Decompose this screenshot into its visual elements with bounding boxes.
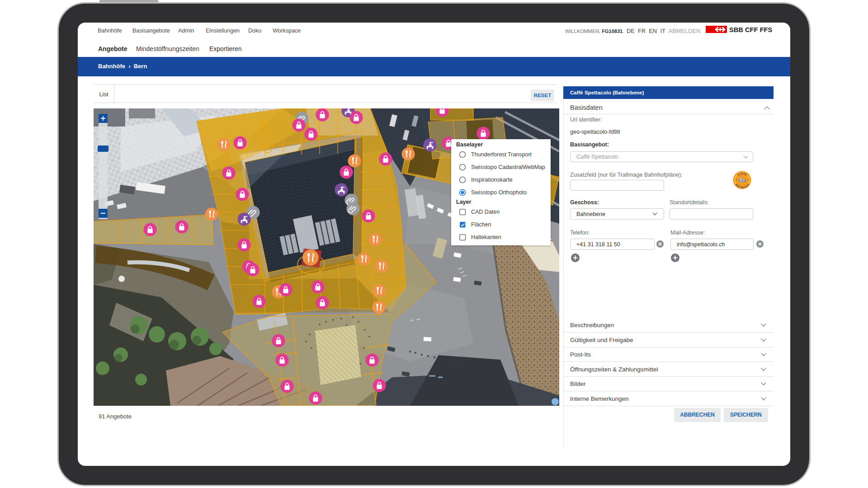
svg-text:SBB CFF FFS: SBB CFF FFS — [729, 26, 773, 33]
